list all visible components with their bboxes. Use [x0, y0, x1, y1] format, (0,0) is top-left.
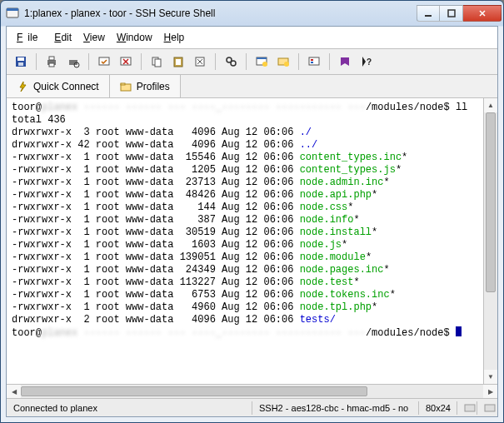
window-controls: [417, 5, 502, 22]
vertical-scrollbar[interactable]: ▲ ▼: [483, 98, 497, 384]
app-window: 1:planex - planex - toor - SSH Secure Sh…: [0, 0, 504, 423]
svg-rect-28: [311, 62, 313, 63]
svg-rect-17: [176, 59, 181, 65]
scroll-down-arrow-icon[interactable]: ▼: [484, 370, 497, 384]
separator: [141, 53, 142, 70]
menu-view[interactable]: View: [78, 30, 110, 45]
svg-rect-27: [311, 59, 313, 61]
new-file-transfer-button[interactable]: [274, 52, 292, 71]
context-help-button[interactable]: ?: [357, 52, 376, 71]
svg-rect-8: [49, 57, 54, 60]
connect-button[interactable]: [95, 52, 113, 71]
folder-icon: [120, 81, 132, 92]
maximize-button[interactable]: [440, 5, 463, 22]
svg-rect-26: [309, 57, 319, 65]
svg-text:?: ?: [367, 57, 372, 67]
svg-rect-22: [257, 57, 267, 59]
svg-rect-33: [485, 405, 495, 411]
svg-point-25: [284, 62, 289, 67]
scroll-thumb-h[interactable]: [21, 386, 367, 396]
new-terminal-button[interactable]: [252, 52, 271, 71]
profiles-button[interactable]: Profiles: [110, 75, 181, 97]
status-icon-2: [477, 401, 497, 415]
menu-edit[interactable]: Edit: [49, 30, 77, 45]
save-button[interactable]: [12, 52, 30, 71]
svg-rect-6: [18, 62, 23, 66]
separator: [36, 53, 37, 70]
svg-rect-3: [448, 10, 455, 17]
close-button[interactable]: [463, 5, 502, 22]
status-connection: Connected to planex: [7, 401, 252, 415]
window-title: 1:planex - planex - toor - SSH Secure Sh…: [24, 7, 417, 19]
quick-connect-button[interactable]: Quick Connect: [7, 75, 110, 97]
profiles-label: Profiles: [137, 81, 170, 92]
svg-rect-1: [7, 8, 18, 11]
scroll-track-h[interactable]: [21, 385, 483, 398]
client-area: File Edit View Window Help: [6, 26, 498, 417]
help-contents-button[interactable]: [336, 52, 354, 71]
scroll-thumb[interactable]: [486, 112, 496, 292]
titlebar[interactable]: 1:planex - planex - toor - SSH Secure Sh…: [1, 1, 503, 26]
print-preview-button[interactable]: [64, 52, 82, 71]
svg-rect-9: [49, 63, 54, 67]
separator: [246, 53, 247, 70]
terminal[interactable]: toor@planex ------ ------ --- ----_-----…: [7, 98, 483, 384]
clear-button[interactable]: [191, 52, 209, 71]
svg-rect-15: [155, 59, 161, 67]
horizontal-scrollbar[interactable]: ◀ ▶: [7, 384, 497, 398]
menu-help[interactable]: Help: [159, 30, 190, 45]
svg-rect-5: [17, 57, 24, 61]
paste-button[interactable]: [169, 52, 187, 71]
app-icon: [6, 7, 19, 20]
terminal-area: toor@planex ------ ------ --- ----_-----…: [7, 98, 497, 384]
disconnect-button[interactable]: [117, 52, 135, 71]
svg-rect-32: [465, 405, 475, 411]
statusbar: Connected to planex SSH2 - aes128-cbc - …: [7, 398, 497, 416]
status-icon-1: [457, 401, 477, 415]
svg-point-20: [231, 61, 236, 66]
minimize-button[interactable]: [417, 5, 440, 22]
scroll-up-arrow-icon[interactable]: ▲: [484, 98, 497, 112]
svg-rect-2: [425, 15, 432, 17]
menubar: File Edit View Window Help: [7, 27, 497, 49]
scroll-right-arrow-icon[interactable]: ▶: [483, 385, 497, 398]
find-button[interactable]: [222, 52, 240, 71]
quick-connect-label: Quick Connect: [33, 81, 99, 92]
svg-rect-31: [121, 83, 125, 85]
separator: [88, 53, 89, 70]
separator: [215, 53, 216, 70]
separator: [329, 53, 330, 70]
svg-rect-12: [99, 57, 109, 65]
copy-button[interactable]: [147, 52, 166, 71]
quickbar: Quick Connect Profiles: [7, 75, 497, 98]
status-cipher: SSH2 - aes128-cbc - hmac-md5 - no: [252, 401, 419, 415]
print-button[interactable]: [42, 52, 61, 71]
scroll-track[interactable]: [484, 112, 497, 370]
toolbar: ?: [7, 49, 497, 75]
lightning-icon: [17, 81, 28, 92]
svg-point-23: [262, 62, 267, 67]
menu-file[interactable]: File: [12, 30, 47, 45]
menu-window[interactable]: Window: [112, 30, 157, 45]
separator: [298, 53, 299, 70]
status-size: 80x24: [419, 401, 457, 415]
scroll-left-arrow-icon[interactable]: ◀: [7, 385, 21, 398]
settings-button[interactable]: [305, 52, 323, 71]
